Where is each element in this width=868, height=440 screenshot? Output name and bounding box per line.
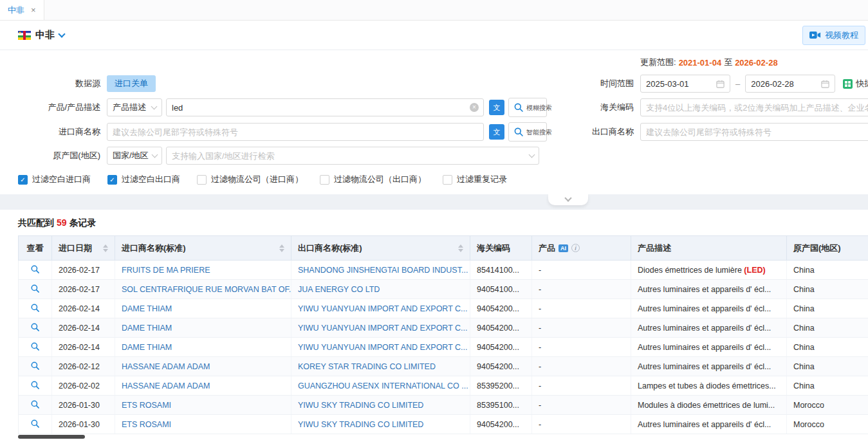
checkbox-icon[interactable]: [320, 175, 329, 185]
importer-link[interactable]: DAME THIAM: [115, 338, 291, 357]
checkbox-label: 过滤物流公司（进口商）: [211, 174, 303, 185]
quick-select-button[interactable]: 快捷选: [843, 78, 868, 89]
exporter-link[interactable]: JUA ENERGY CO LTD: [291, 280, 470, 299]
checkbox-icon[interactable]: ✓: [107, 175, 117, 185]
checkbox-icon[interactable]: [443, 175, 452, 185]
desc-highlight: (LED): [744, 266, 765, 275]
datasource-import-tag[interactable]: 进口关单: [107, 75, 156, 92]
column-header[interactable]: 出口商名称(标准): [291, 236, 470, 261]
calendar-icon: [821, 80, 829, 88]
exporter-input[interactable]: [640, 123, 868, 141]
product-label: 产品/产品描述: [18, 102, 107, 113]
collapse-panel-button[interactable]: [548, 194, 588, 205]
sort-icon[interactable]: [275, 244, 284, 252]
smart-search-label: 智能搜索: [526, 129, 542, 136]
view-detail-button[interactable]: [30, 342, 40, 351]
importer-link[interactable]: ETS ROSAMI: [115, 415, 291, 434]
product-desc-cell: Autres luminaires et appareils d' écl...: [631, 299, 787, 318]
ai-badge: AI: [559, 244, 568, 252]
view-detail-button[interactable]: [30, 361, 40, 371]
video-tutorial-button[interactable]: 视频教程: [802, 26, 865, 45]
importer-link[interactable]: SOL CENTRAFRIQUE RUE MORVAN BAT OF...: [115, 280, 291, 299]
column-header-content: 产品描述: [638, 243, 780, 254]
desc-text: Autres luminaires et appareils d' écl...: [638, 324, 771, 333]
horizontal-scrollbar[interactable]: [18, 435, 85, 439]
hs-code-input[interactable]: [640, 98, 868, 116]
search-icon: [513, 127, 524, 137]
country-selector[interactable]: 中非: [18, 29, 64, 41]
importer-link[interactable]: DAME THIAM: [115, 299, 291, 318]
exporter-link[interactable]: YIWU YUANYUAN IMPORT AND EXPORT C...: [291, 318, 470, 338]
start-date-input[interactable]: 2025-03-01: [640, 75, 730, 93]
video-icon: [809, 31, 821, 39]
view-detail-button[interactable]: [30, 380, 40, 390]
desc-text: Diodes émettrices de lumière: [638, 266, 744, 275]
checkbox-icon[interactable]: [197, 175, 207, 185]
product-desc-cell: Autres luminaires et appareils d' écl...: [631, 415, 787, 434]
importer-link[interactable]: HASSANE ADAM ADAM: [115, 357, 291, 376]
filter-checkbox[interactable]: ✓过滤空白出口商: [107, 174, 180, 185]
view-detail-button[interactable]: [30, 322, 40, 332]
origin-search-input[interactable]: [166, 147, 539, 165]
view-detail-button[interactable]: [30, 303, 40, 313]
product-field-value: 产品描述: [113, 102, 146, 113]
country-name: 中非: [35, 29, 55, 41]
importer-link[interactable]: FRUITS DE MA PRIERE: [115, 261, 291, 280]
importer-link[interactable]: DAME THIAM: [115, 318, 291, 338]
exporter-link[interactable]: YIWU YUANYUAN IMPORT AND EXPORT C...: [291, 299, 470, 318]
view-detail-button[interactable]: [30, 399, 40, 409]
column-label: 查看: [27, 243, 44, 254]
tab-close-icon[interactable]: ×: [31, 5, 36, 15]
view-detail-button[interactable]: [30, 264, 40, 274]
column-label: 产品: [539, 243, 555, 254]
chevron-down-icon: [58, 30, 65, 37]
table-row: 2026-02-14DAME THIAMYIWU YUANYUAN IMPORT…: [19, 299, 868, 318]
view-cell: [19, 357, 52, 376]
product-cell: -: [532, 376, 631, 396]
datasource-label: 数据源: [18, 78, 107, 89]
exporter-link[interactable]: YIWU SKY TRADING CO LIMITED: [291, 415, 470, 434]
quick-select-label: 快捷选: [856, 78, 868, 89]
exporter-link[interactable]: YIWU YUANYUAN IMPORT AND EXPORT C...: [291, 338, 470, 357]
filter-checkbox[interactable]: 过滤物流公司（出口商）: [320, 174, 426, 185]
exporter-link[interactable]: GUANGZHOU ASENX INTERNATIONAL CO ...: [291, 376, 470, 396]
column-header-content: 查看: [25, 243, 45, 254]
sort-icon[interactable]: [99, 244, 108, 252]
table-row: 2026-01-30ETS ROSAMIYIWU SKY TRADING CO …: [19, 396, 868, 415]
importer-input[interactable]: [107, 123, 484, 141]
sort-icon[interactable]: [454, 244, 463, 252]
product-search-input[interactable]: [166, 98, 484, 116]
translate-icon[interactable]: 文: [489, 124, 504, 140]
filter-checkbox[interactable]: ✓过滤空白进口商: [18, 174, 91, 185]
search-icon: [513, 102, 524, 113]
import-date-cell: 2026-02-12: [52, 357, 115, 376]
filter-panel: 更新范围: 2021-01-04 至 2026-02-28 数据源 进口关单 时…: [0, 50, 868, 194]
filter-checkbox[interactable]: 过滤重复记录: [443, 174, 507, 185]
product-field-select[interactable]: 产品描述: [107, 98, 162, 116]
view-detail-button[interactable]: [30, 419, 40, 428]
import-date-cell: 2026-02-02: [52, 376, 115, 396]
end-date-input[interactable]: 2026-02-28: [745, 75, 835, 93]
clear-icon[interactable]: ×: [470, 103, 479, 112]
column-label: 进口日期: [59, 243, 92, 254]
importer-link[interactable]: ETS ROSAMI: [115, 396, 291, 415]
info-icon[interactable]: i: [571, 244, 580, 252]
smart-search-button[interactable]: 智能搜索: [508, 122, 547, 142]
exporter-link[interactable]: SHANDONG JINSHENGTAI BOARD INDUST...: [291, 261, 470, 280]
hs-code-cell: 94054100...: [470, 280, 532, 299]
import-date-cell: 2026-01-30: [52, 415, 115, 434]
origin-type-select[interactable]: 国家/地区: [107, 147, 162, 165]
column-header[interactable]: 进口商名称(标准): [115, 236, 291, 261]
view-cell: [19, 396, 52, 415]
translate-icon[interactable]: 文: [489, 100, 504, 115]
exporter-link[interactable]: KOREY STAR TRADING CO LIMITED: [291, 357, 470, 376]
exporter-link[interactable]: YIWU SKY TRADING CO LIMITED: [291, 396, 470, 415]
view-detail-button[interactable]: [30, 284, 40, 293]
column-header[interactable]: 进口日期: [52, 236, 115, 261]
filter-checkbox[interactable]: 过滤物流公司（进口商）: [197, 174, 303, 185]
product-desc-cell: Autres luminaires et appareils d' écl...: [631, 338, 787, 357]
importer-link[interactable]: HASSANE ADAM ADAM: [115, 376, 291, 396]
tab-zhongfei[interactable]: 中非 ×: [0, 0, 44, 20]
fuzzy-search-button[interactable]: 模糊搜索: [508, 98, 547, 117]
checkbox-icon[interactable]: ✓: [18, 175, 28, 185]
